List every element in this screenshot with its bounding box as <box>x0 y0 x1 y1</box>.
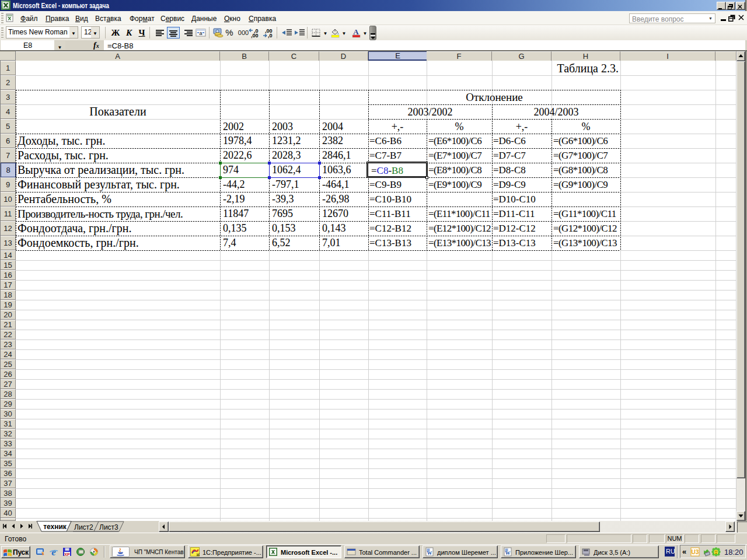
svg-text:1С: 1С <box>197 553 200 556</box>
svg-text:,0: ,0 <box>268 33 273 38</box>
svg-text:а: а <box>199 30 202 36</box>
svg-text:W: W <box>427 550 432 556</box>
svg-text:e: e <box>51 547 56 556</box>
svg-text:W: W <box>505 550 511 556</box>
svg-text:U3: U3 <box>692 549 699 555</box>
svg-text:XP: XP <box>64 552 70 556</box>
svg-text:,00: ,00 <box>251 33 259 38</box>
